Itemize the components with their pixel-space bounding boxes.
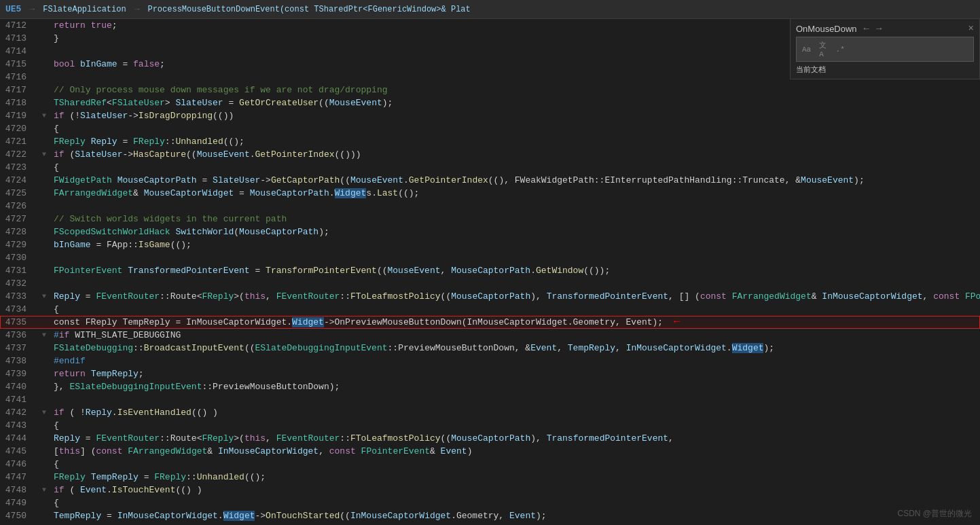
- code-line: 4742▼ if ( !Reply.IsEventHandled(() ): [0, 406, 980, 419]
- code-content: Reply = FEventRouter::Route<FReply>(this…: [51, 432, 980, 445]
- code-content: #endif: [51, 355, 980, 367]
- fold-gutter[interactable]: ▼: [37, 148, 51, 161]
- code-line: 4722▼ if (SlateUser->HasCapture((MouseEv…: [0, 148, 980, 161]
- line-number: 4734: [0, 303, 37, 316]
- search-panel-header: OnMouseDown ← → ×: [796, 23, 974, 34]
- code-editor[interactable]: 4712return true;4713}4714 4715bool bInGa…: [0, 19, 980, 525]
- code-content: TempReply = InMouseCaptorWidget.Widget->…: [51, 509, 980, 522]
- code-content: FPointerEvent TransformedPointerEvent = …: [51, 264, 980, 277]
- code-content: #if WITH_SLATE_DEBUGGING: [51, 329, 980, 342]
- fold-gutter[interactable]: ▼: [37, 329, 51, 342]
- fold-gutter[interactable]: ▼: [37, 109, 51, 122]
- line-number: 4729: [0, 238, 37, 251]
- code-content: {: [51, 458, 980, 471]
- line-number: 4714: [0, 45, 37, 58]
- code-line: 4728 FScopedSwitchWorldHack SwitchWorld(…: [0, 225, 980, 238]
- line-number: 4712: [0, 19, 37, 32]
- code-content: #if WITH_SLATE_DEBUGGING: [51, 522, 980, 525]
- code-content: const FReply TempReply = InMouseCaptorWi…: [51, 316, 980, 329]
- line-number: 4722: [0, 148, 37, 161]
- line-number: 4725: [0, 187, 37, 200]
- line-number: 4746: [0, 458, 37, 471]
- line-number: 4741: [0, 393, 37, 406]
- line-number: 4748: [0, 484, 37, 496]
- code-content: // Only process mouse down messages if w…: [51, 84, 980, 96]
- code-line: 4723 {: [0, 161, 980, 174]
- line-number: 4719: [0, 109, 37, 122]
- line-number: 4732: [0, 277, 37, 290]
- code-content: [51, 277, 980, 290]
- fold-gutter[interactable]: ▼: [37, 484, 51, 496]
- code-line: 4725 FArrangedWidget& MouseCaptorWidget …: [0, 187, 980, 200]
- code-line: 4733▼ Reply = FEventRouter::Route<FReply…: [0, 290, 980, 303]
- code-line: 4743 {: [0, 419, 980, 432]
- code-line: 4744 Reply = FEventRouter::Route<FReply>…: [0, 432, 980, 445]
- line-number: 4744: [0, 432, 37, 445]
- code-line: 4718TSharedRef<FSlateUser> SlateUser = G…: [0, 96, 980, 109]
- code-line: 4721 FReply Reply = FReply::Unhandled(()…: [0, 135, 980, 148]
- line-number: 4740: [0, 380, 37, 393]
- search-forward-btn[interactable]: →: [876, 23, 882, 34]
- line-number: 4749: [0, 496, 37, 509]
- brand-label: UE5: [5, 4, 21, 14]
- line-number: 4735: [0, 316, 37, 329]
- code-line: 4739 return TempReply;: [0, 367, 980, 380]
- search-back-btn[interactable]: ←: [864, 23, 869, 34]
- search-toolbar: 当前文档: [796, 65, 974, 75]
- func-label[interactable]: ProcessMouseButtonDownEvent(const TShare…: [147, 5, 470, 14]
- code-line: 4740 }, ESlateDebuggingInputEvent::Previ…: [0, 380, 980, 393]
- code-content: {: [51, 303, 980, 316]
- code-line: 4738 #endif: [0, 355, 980, 367]
- line-number: 4724: [0, 174, 37, 187]
- line-number: 4717: [0, 84, 37, 96]
- line-number: 4730: [0, 251, 37, 264]
- code-line: 4734 {: [0, 303, 980, 316]
- code-content: FReply TempReply = FReply::Unhandled(();: [51, 471, 980, 484]
- code-line: 4745 [this] (const FArrangedWidget& InMo…: [0, 445, 980, 458]
- code-line: 4750 TempReply = InMouseCaptorWidget.Wid…: [0, 509, 980, 522]
- line-number: 4743: [0, 419, 37, 432]
- fold-gutter[interactable]: ▼: [37, 522, 51, 525]
- code-content: if ( !Reply.IsEventHandled(() ): [51, 406, 980, 419]
- line-number: 4747: [0, 471, 37, 484]
- code-line: 4736▼#if WITH_SLATE_DEBUGGING: [0, 329, 980, 342]
- code-line: 4735 const FReply TempReply = InMouseCap…: [0, 316, 980, 329]
- line-number: 4720: [0, 122, 37, 135]
- line-number: 4731: [0, 264, 37, 277]
- code-content: FWidgetPath MouseCaptorPath = SlateUser-…: [51, 174, 980, 187]
- code-content: return TempReply;: [51, 367, 980, 380]
- fold-gutter[interactable]: ▼: [37, 290, 51, 303]
- line-number: 4728: [0, 225, 37, 238]
- search-case-btn[interactable]: Aa: [799, 44, 814, 55]
- line-number: 4751: [0, 522, 37, 525]
- code-line: 4741: [0, 393, 980, 406]
- search-input[interactable]: [850, 45, 970, 54]
- code-line: 4737 FSlateDebugging::BroadcastInputEven…: [0, 342, 980, 355]
- line-number: 4726: [0, 200, 37, 213]
- code-content: Reply = FEventRouter::Route<FReply>(this…: [51, 290, 980, 303]
- editor-container: 4712return true;4713}4714 4715bool bInGa…: [0, 19, 980, 525]
- line-number: 4742: [0, 406, 37, 419]
- file-label[interactable]: FSlateApplication: [43, 5, 126, 14]
- code-line: 4749 {: [0, 496, 980, 509]
- code-content: if (SlateUser->HasCapture((MouseEvent.Ge…: [51, 148, 980, 161]
- code-content: TSharedRef<FSlateUser> SlateUser = GetOr…: [51, 96, 980, 109]
- code-content: FSlateDebugging::BroadcastInputEvent((ES…: [51, 342, 980, 355]
- search-regex-btn[interactable]: .*: [833, 44, 848, 55]
- search-word-btn[interactable]: 文A: [816, 39, 830, 60]
- line-number: 4713: [0, 32, 37, 45]
- search-close-btn[interactable]: ×: [968, 23, 974, 34]
- search-scope-label: 当前文档: [796, 65, 826, 75]
- code-content: {: [51, 419, 980, 432]
- line-number: 4715: [0, 58, 37, 71]
- code-content: {: [51, 161, 980, 174]
- watermark: CSDN @普世的微光: [897, 508, 972, 520]
- red-arrow-icon: ←: [674, 316, 680, 328]
- code-line: 4724 FWidgetPath MouseCaptorPath = Slate…: [0, 174, 980, 187]
- fold-gutter[interactable]: ▼: [37, 406, 51, 419]
- code-content: FReply Reply = FReply::Unhandled(();: [51, 135, 980, 148]
- code-content: [51, 393, 980, 406]
- code-content: {: [51, 496, 980, 509]
- search-input-row: Aa 文A .*: [796, 37, 974, 62]
- line-number: 4738: [0, 355, 37, 367]
